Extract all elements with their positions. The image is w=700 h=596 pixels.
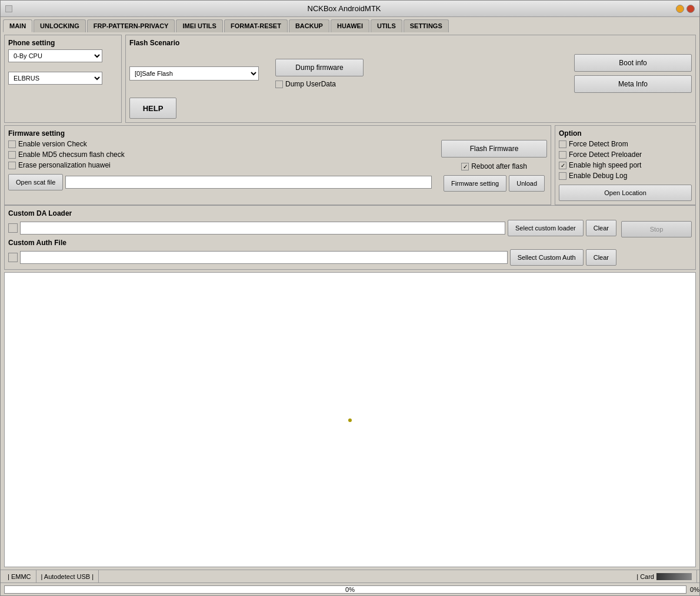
custom-da-input[interactable] [20, 222, 505, 235]
custom-auth-label: Custom Auth File [8, 239, 616, 247]
title-bar: NCKBox AndroidMTK [1, 1, 699, 17]
enable-version-check-checkbox[interactable] [8, 140, 16, 148]
tab-unlocking[interactable]: UNLOCKING [34, 19, 86, 32]
clear-loader-button[interactable]: Clear [586, 220, 616, 236]
unload-button[interactable]: Unload [509, 175, 545, 192]
enable-debug-label: Enable Debug Log [569, 172, 627, 180]
tab-format-reset[interactable]: FORMAT-RESET [224, 19, 288, 32]
tab-utils[interactable]: UTILS [371, 19, 402, 32]
tab-huawei[interactable]: HUAWEI [331, 19, 369, 32]
enable-debug-checkbox[interactable] [559, 172, 566, 180]
erase-personalization-checkbox[interactable] [8, 162, 16, 169]
flash-scenario-select[interactable]: [0]Safe Flash [129, 66, 259, 81]
enable-version-check-row: Enable version Check [8, 140, 432, 148]
force-detect-preloader-label: Force Detect Preloader [569, 150, 642, 159]
progress-label: 0% [345, 586, 355, 593]
tab-imei[interactable]: IMEI UTILS [176, 19, 222, 32]
force-detect-preloader-row: Force Detect Preloader [559, 150, 692, 159]
card-indicator [656, 573, 692, 580]
flash-scenario-panel: Flash Scenario [0]Safe Flash Dump firmwa… [125, 35, 696, 123]
dump-userdata-checkbox[interactable] [275, 81, 283, 88]
middle-section: Firmware setting Enable version Check En… [1, 125, 699, 205]
dump-userdata-row: Dump UserData [275, 80, 364, 88]
tab-settings[interactable]: SETTINGS [404, 19, 449, 32]
progress-percent: 0% [690, 586, 699, 593]
activity-dot [348, 418, 352, 422]
status-emmc: | EMMC [3, 570, 36, 582]
option-label: Option [559, 129, 692, 138]
minimize-icon[interactable] [5, 5, 12, 12]
tab-main[interactable]: MAIN [3, 19, 32, 32]
log-area [4, 272, 696, 567]
stop-button[interactable]: Stop [621, 221, 692, 237]
force-detect-brom-row: Force Detect Brom [559, 140, 692, 148]
custom-section: Custom DA Loader Select custom loader Cl… [1, 205, 699, 270]
select-custom-loader-button[interactable]: Select custom loader [508, 220, 584, 236]
firmware-setting-label: Firmware setting [8, 129, 547, 138]
enable-md5-row: Enable MD5 checsum flash check [8, 150, 432, 159]
firmware-setting-button[interactable]: Firmware setting [444, 175, 506, 192]
force-detect-brom-label: Force Detect Brom [569, 140, 628, 148]
tab-backup[interactable]: BACKUP [289, 19, 329, 32]
phone-setting-label: Phone setting [8, 39, 118, 47]
custom-da-icon [8, 223, 18, 233]
card-label: | Card [636, 573, 654, 580]
enable-high-speed-checkbox[interactable]: ✓ [559, 162, 566, 169]
erase-personalization-row: Erase personalization huawei [8, 161, 432, 169]
enable-high-speed-row: ✓ Enable high speed port [559, 161, 692, 169]
enable-debug-row: Enable Debug Log [559, 172, 692, 180]
help-button[interactable]: HELP [129, 98, 176, 119]
sellect-custom-auth-button[interactable]: Sellect Custom Auth [510, 249, 584, 266]
status-bar: | EMMC | Autodetect USB | | Card [1, 570, 699, 582]
model-select[interactable]: ELBRUS [8, 72, 102, 85]
reboot-after-flash-label: Reboot after flash [471, 162, 527, 170]
cpu-select[interactable]: 0-By CPU [8, 49, 102, 62]
force-detect-brom-checkbox[interactable] [559, 140, 566, 148]
reboot-after-flash-checkbox[interactable]: ✓ [461, 163, 469, 170]
force-detect-preloader-checkbox[interactable] [559, 151, 566, 159]
phone-setting-panel: Phone setting 0-By CPU ELBRUS [4, 35, 122, 123]
clear-auth-button[interactable]: Clear [586, 249, 616, 266]
custom-auth-row: Sellect Custom Auth Clear [8, 249, 616, 266]
custom-da-panel: Custom DA Loader Select custom loader Cl… [4, 205, 696, 270]
tab-bar: MAIN UNLOCKING FRP-PATTERN-PRIVACY IMEI … [1, 17, 699, 32]
custom-da-row: Select custom loader Clear [8, 220, 616, 236]
dump-userdata-label: Dump UserData [285, 80, 336, 88]
open-scat-file-button[interactable]: Open scat file [8, 174, 63, 190]
firmware-buttons: Firmware setting Unload [444, 175, 545, 192]
reboot-after-flash-row: ✓ Reboot after flash [461, 162, 527, 170]
custom-auth-icon [8, 253, 18, 262]
status-autodetect: | Autodetect USB | [36, 570, 99, 582]
option-panel: Option Force Detect Brom Force Detect Pr… [555, 125, 696, 205]
enable-version-check-label: Enable version Check [18, 140, 87, 148]
scat-file-input[interactable] [65, 176, 432, 189]
flash-scenario-label: Flash Scenario [129, 39, 692, 47]
progress-section: 0% 0% [1, 582, 699, 595]
open-location-button[interactable]: Open Location [559, 185, 692, 201]
custom-da-label: Custom DA Loader [8, 209, 616, 217]
autodetect-label: | Autodetect USB | [41, 573, 94, 580]
minimize-button[interactable] [676, 5, 684, 13]
window-title: NCKBox AndroidMTK [12, 4, 676, 13]
meta-info-button[interactable]: Meta Info [574, 75, 692, 93]
scat-row: Open scat file [8, 174, 432, 190]
custom-auth-input[interactable] [20, 251, 508, 264]
boot-info-button[interactable]: Boot info [574, 54, 692, 72]
dump-firmware-button[interactable]: Dump firmware [275, 59, 364, 76]
erase-personalization-label: Erase personalization huawei [18, 161, 111, 169]
enable-high-speed-label: Enable high speed port [569, 161, 641, 169]
tab-frp[interactable]: FRP-PATTERN-PRIVACY [87, 19, 175, 32]
status-card: | Card [632, 570, 697, 582]
main-window: NCKBox AndroidMTK MAIN UNLOCKING FRP-PAT… [0, 0, 700, 596]
enable-md5-label: Enable MD5 checsum flash check [18, 150, 125, 159]
firmware-setting-panel: Firmware setting Enable version Check En… [4, 125, 551, 205]
top-panels: Phone setting 0-By CPU ELBRUS Flash Scen… [1, 32, 699, 125]
close-button[interactable] [686, 5, 695, 13]
flash-firmware-button[interactable]: Flash Firmware [441, 140, 547, 158]
emmc-label: | EMMC [8, 573, 31, 580]
window-controls [676, 5, 695, 13]
enable-md5-checkbox[interactable] [8, 151, 16, 159]
